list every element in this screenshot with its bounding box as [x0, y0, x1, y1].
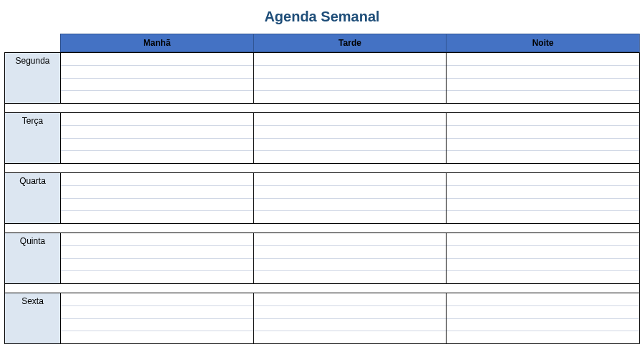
agenda-slot[interactable]	[447, 246, 639, 259]
day-label: Sexta	[5, 293, 61, 343]
agenda-slot[interactable]	[447, 173, 639, 186]
day-col-night	[447, 53, 639, 103]
agenda-slot[interactable]	[254, 173, 447, 186]
agenda-slot[interactable]	[61, 259, 253, 272]
day-columns	[61, 53, 639, 103]
day-col-night	[447, 113, 639, 163]
agenda-slot[interactable]	[447, 293, 639, 306]
agenda-slot[interactable]	[61, 246, 253, 259]
agenda-slot[interactable]	[447, 53, 639, 66]
agenda-slot[interactable]	[447, 113, 639, 126]
day-col-morning	[61, 53, 254, 103]
agenda-slot[interactable]	[254, 186, 447, 199]
agenda-slot[interactable]	[61, 91, 253, 103]
agenda-slot[interactable]	[254, 66, 447, 79]
day-block-quinta: Quinta	[4, 233, 640, 284]
day-col-afternoon	[254, 293, 447, 343]
agenda-slot[interactable]	[254, 139, 447, 152]
agenda-slot[interactable]	[254, 151, 447, 163]
agenda-slot[interactable]	[61, 199, 253, 212]
day-col-night	[447, 293, 639, 343]
agenda-slot[interactable]	[447, 139, 639, 152]
day-col-morning	[61, 233, 254, 283]
agenda-slot[interactable]	[447, 79, 639, 92]
agenda-slot[interactable]	[447, 199, 639, 212]
agenda-slot[interactable]	[61, 271, 253, 283]
agenda-slot[interactable]	[254, 259, 447, 272]
agenda-slot[interactable]	[254, 79, 447, 92]
day-col-afternoon	[254, 113, 447, 163]
agenda-slot[interactable]	[447, 126, 639, 139]
agenda-slot[interactable]	[447, 271, 639, 283]
weekly-agenda-sheet: Manhã Tarde Noite Segunda	[4, 34, 640, 344]
agenda-slot[interactable]	[254, 113, 447, 126]
agenda-slot[interactable]	[447, 331, 639, 343]
agenda-slot[interactable]	[447, 319, 639, 332]
agenda-slot[interactable]	[61, 186, 253, 199]
agenda-slot[interactable]	[447, 91, 639, 103]
day-col-afternoon	[254, 233, 447, 283]
column-header-morning: Manhã	[61, 34, 254, 52]
agenda-slot[interactable]	[61, 306, 253, 319]
day-col-afternoon	[254, 53, 447, 103]
header-spacer	[4, 34, 60, 52]
day-block-segunda: Segunda	[4, 52, 640, 104]
agenda-slot[interactable]	[447, 151, 639, 163]
agenda-slot[interactable]	[254, 271, 447, 283]
day-gap	[4, 104, 640, 112]
agenda-slot[interactable]	[254, 53, 447, 66]
day-columns	[61, 113, 639, 163]
day-label: Segunda	[5, 53, 61, 103]
day-col-morning	[61, 293, 254, 343]
agenda-slot[interactable]	[61, 293, 253, 306]
agenda-slot[interactable]	[61, 173, 253, 186]
day-columns	[61, 233, 639, 283]
agenda-slot[interactable]	[61, 151, 253, 163]
agenda-slot[interactable]	[254, 126, 447, 139]
day-gap	[4, 224, 640, 233]
day-col-afternoon	[254, 173, 447, 223]
agenda-slot[interactable]	[447, 233, 639, 246]
agenda-slot[interactable]	[254, 91, 447, 103]
day-label: Quarta	[5, 173, 61, 223]
header-columns: Manhã Tarde Noite	[60, 34, 640, 52]
agenda-slot[interactable]	[447, 186, 639, 199]
agenda-slot[interactable]	[61, 139, 253, 152]
agenda-slot[interactable]	[61, 211, 253, 223]
agenda-slot[interactable]	[447, 66, 639, 79]
agenda-slot[interactable]	[447, 259, 639, 272]
day-col-morning	[61, 173, 254, 223]
agenda-slot[interactable]	[61, 113, 253, 126]
agenda-slot[interactable]	[254, 233, 447, 246]
day-gap	[4, 164, 640, 172]
day-label: Quinta	[5, 233, 61, 283]
day-columns	[61, 293, 639, 343]
agenda-slot[interactable]	[61, 126, 253, 139]
day-col-night	[447, 233, 639, 283]
agenda-slot[interactable]	[447, 211, 639, 223]
agenda-slot[interactable]	[254, 246, 447, 259]
agenda-slot[interactable]	[61, 319, 253, 332]
agenda-slot[interactable]	[254, 211, 447, 223]
agenda-slot[interactable]	[254, 331, 447, 343]
day-col-night	[447, 173, 639, 223]
day-block-terca: Terça	[4, 112, 640, 164]
day-block-sexta: Sexta	[4, 293, 640, 344]
day-col-morning	[61, 113, 254, 163]
page-title: Agenda Semanal	[4, 3, 640, 34]
agenda-slot[interactable]	[61, 53, 253, 66]
day-columns	[61, 173, 639, 223]
agenda-slot[interactable]	[254, 319, 447, 332]
day-label: Terça	[5, 113, 61, 163]
agenda-slot[interactable]	[61, 233, 253, 246]
agenda-slot[interactable]	[61, 66, 253, 79]
agenda-slot[interactable]	[61, 79, 253, 92]
agenda-slot[interactable]	[254, 306, 447, 319]
day-block-quarta: Quarta	[4, 172, 640, 224]
agenda-slot[interactable]	[254, 199, 447, 212]
column-header-night: Noite	[447, 34, 639, 52]
column-header-afternoon: Tarde	[254, 34, 447, 52]
agenda-slot[interactable]	[61, 331, 253, 343]
agenda-slot[interactable]	[447, 306, 639, 319]
agenda-slot[interactable]	[254, 293, 447, 306]
